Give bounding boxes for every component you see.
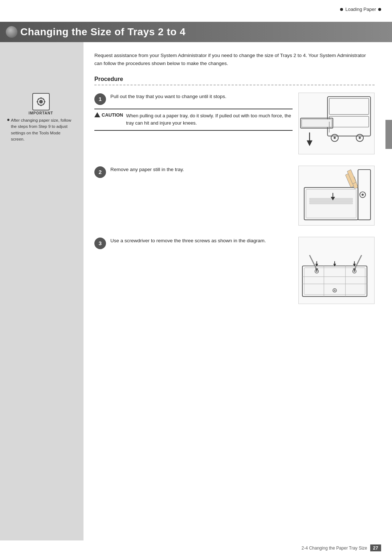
- step-3-image: [298, 237, 375, 305]
- step-1-text: Pull out the tray that you want to chang…: [110, 93, 226, 101]
- header-right-dot: [378, 8, 381, 11]
- step-3-content: 3 Use a screwdriver to remove the three …: [94, 237, 293, 249]
- footer: 2-4 Changing the Paper Tray Size 27: [302, 544, 381, 551]
- page-header: Loading Paper: [340, 7, 381, 12]
- svg-marker-20: [307, 140, 313, 146]
- step-2-illustration: [298, 166, 375, 226]
- procedure-section: Procedure: [94, 76, 375, 85]
- step-3-illustration: [298, 237, 375, 304]
- step-2-text: Remove any paper still in the tray.: [110, 166, 184, 174]
- step-1-row: 1 Pull out the tray that you want to cha…: [94, 93, 375, 155]
- intro-paragraph: Request assistance from your System Admi…: [94, 52, 375, 68]
- step-2-image: [298, 166, 375, 227]
- footer-page-number: 27: [370, 544, 381, 551]
- important-icon: [32, 93, 50, 110]
- step-1-illustration: [298, 93, 375, 154]
- important-bullet-item: After changing paper size, follow the st…: [7, 117, 74, 142]
- svg-point-18: [334, 137, 336, 139]
- step-3-row: 3 Use a screwdriver to remove the three …: [94, 237, 375, 305]
- svg-rect-11: [329, 98, 369, 114]
- caution-text-label: CAUTION: [102, 112, 123, 118]
- sidebar-panel: IMPORTANT After changing paper size, fol…: [0, 42, 83, 540]
- important-label: IMPORTANT: [29, 111, 53, 115]
- important-icon-area: IMPORTANT: [7, 93, 74, 115]
- caution-label: CAUTION: [94, 112, 123, 118]
- step-3-number: 3: [94, 238, 106, 249]
- svg-rect-5: [44, 101, 45, 102]
- svg-rect-26: [310, 200, 353, 202]
- header-left-dot: [340, 8, 343, 11]
- important-note: After changing paper size, follow the st…: [7, 117, 74, 142]
- step-1-image: [298, 93, 375, 155]
- caution-block: CAUTION When pulling out a paper tray, d…: [94, 109, 293, 131]
- svg-rect-14: [302, 119, 332, 127]
- header-text: Loading Paper: [345, 7, 376, 12]
- step-2-row: 2 Remove any paper still in the tray.: [94, 166, 375, 227]
- main-content: Request assistance from your System Admi…: [83, 42, 385, 326]
- step-1-content: 1 Pull out the tray that you want to cha…: [94, 93, 293, 131]
- steps-container: 1 Pull out the tray that you want to cha…: [94, 93, 375, 315]
- svg-point-30: [362, 194, 364, 196]
- svg-rect-27: [310, 202, 353, 204]
- svg-rect-3: [40, 105, 41, 106]
- svg-rect-25: [310, 198, 353, 199]
- svg-line-50: [354, 255, 362, 270]
- caution-triangle-icon: [94, 112, 100, 117]
- svg-rect-4: [37, 101, 38, 102]
- svg-point-1: [39, 100, 43, 104]
- step-3-text: Use a screwdriver to remove the three sc…: [110, 237, 266, 245]
- procedure-divider: [94, 85, 375, 85]
- title-bar-circle: [6, 26, 17, 38]
- important-bullet-text: After changing paper size, follow the st…: [11, 117, 74, 142]
- tool-icon: [35, 96, 47, 108]
- step-1-number: 1: [94, 93, 106, 105]
- procedure-heading: Procedure: [94, 76, 375, 82]
- bullet-dot: [7, 119, 9, 121]
- svg-rect-12: [329, 116, 369, 127]
- step-2-content: 2 Remove any paper still in the tray.: [94, 166, 293, 178]
- svg-point-16: [359, 137, 361, 139]
- page-title: Changing the Size of Trays 2 to 4: [20, 26, 185, 38]
- svg-line-48: [310, 255, 317, 270]
- step-2-number: 2: [94, 166, 106, 178]
- footer-text: 2-4 Changing the Paper Tray Size: [302, 546, 367, 551]
- caution-body-text: When pulling out a paper tray, do it slo…: [126, 112, 293, 127]
- title-bar: Changing the Size of Trays 2 to 4: [0, 22, 392, 42]
- right-tab: [385, 120, 392, 149]
- svg-rect-2: [40, 97, 41, 99]
- important-box: IMPORTANT After changing paper size, fol…: [7, 93, 74, 142]
